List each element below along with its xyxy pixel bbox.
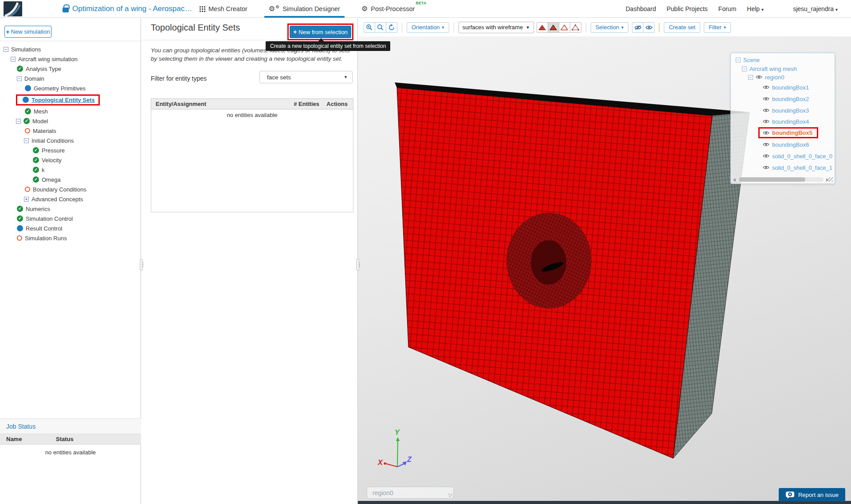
render-mode-select[interactable]: surfaces with wireframe ▼ <box>459 22 534 33</box>
tab-mesh-creator[interactable]: Mesh Creator <box>195 0 252 18</box>
new-simulation-button[interactable]: +New simulation <box>4 26 51 38</box>
zoom-window-button[interactable] <box>375 22 386 33</box>
sidebar-item-materials[interactable]: Materials <box>33 128 56 134</box>
orientation-dropdown[interactable]: Orientation ▾ <box>407 22 449 33</box>
sidebar-item-model[interactable]: Model <box>32 118 48 125</box>
sidebar-item-domain[interactable]: Domain <box>24 75 44 82</box>
refresh-view-button[interactable] <box>386 22 397 33</box>
sidebar-item-simulation-runs[interactable]: Simulation Runs <box>25 235 67 242</box>
eye-icon[interactable] <box>763 142 769 147</box>
divider <box>454 23 454 32</box>
new-from-selection-button[interactable]: +New from selection <box>290 26 351 38</box>
eye-icon[interactable] <box>756 75 762 79</box>
scene-item-boundingbox3[interactable]: boundingBox3 <box>772 107 809 114</box>
sidebar-item-velocity[interactable]: Velocity <box>42 157 62 164</box>
resize-handle-icon[interactable] <box>448 493 452 497</box>
tab-post-processor[interactable]: ⚙ Post-Processor BETA <box>357 0 419 18</box>
scene-scrollbar <box>732 177 829 183</box>
tree-row: Mesh <box>0 106 141 116</box>
user-menu[interactable]: sjesu_rajendra▾ <box>793 5 838 12</box>
tab-label: Post-Processor <box>371 5 415 12</box>
nav-public-projects[interactable]: Public Projects <box>667 5 708 12</box>
tooltip: Create a new topological entity set from… <box>266 41 390 51</box>
scene-item-scene[interactable]: Scene <box>743 57 760 63</box>
tab-label: Simulation Designer <box>282 5 340 12</box>
collapse-icon[interactable]: − <box>4 47 8 52</box>
report-issue-button[interactable]: Report an issue <box>779 488 845 501</box>
entity-type-dropdown[interactable]: face sets ▼ <box>259 71 353 83</box>
eye-icon[interactable] <box>763 108 769 113</box>
eye-icon[interactable] <box>763 165 769 170</box>
sidebar-item-initial-conditions[interactable]: Initial Conditions <box>31 137 74 144</box>
selection-dropdown[interactable]: Selection ▾ <box>591 22 629 33</box>
status-complete-icon <box>33 157 39 163</box>
select-volumes-button[interactable] <box>537 22 548 33</box>
scene-item-boundingbox2[interactable]: boundingBox2 <box>772 96 809 102</box>
collapse-icon[interactable]: − <box>11 57 16 62</box>
select-nodes-button[interactable] <box>570 22 581 33</box>
collapse-icon[interactable]: − <box>16 119 21 124</box>
zoom-in-button[interactable] <box>364 22 375 33</box>
sidebar-item-advanced-concepts[interactable]: Advanced Concepts <box>31 196 83 203</box>
collapse-icon[interactable]: − <box>748 75 753 80</box>
scene-item-boundingbox6[interactable]: boundingBox6 <box>772 141 809 148</box>
sidebar-item-k[interactable]: k <box>42 167 45 173</box>
eye-icon[interactable] <box>763 85 769 90</box>
project-title[interactable]: Optimization of a wing - Aerospac… <box>72 0 192 18</box>
region-name-input[interactable]: region0 <box>367 487 454 499</box>
sidebar-item-omega[interactable]: Omega <box>42 176 61 183</box>
tab-simulation-designer[interactable]: ⚙⚙ Simulation Designer <box>264 0 345 18</box>
gear-small-icon: ⚙ <box>275 4 279 9</box>
panel-splitter[interactable]: ⋮ <box>356 259 359 270</box>
scene-item-boundingbox5[interactable]: boundingBox5 <box>772 129 812 136</box>
sidebar-item-geometry-primitives[interactable]: Geometry Primitives <box>34 85 86 92</box>
sidebar-item-result-control[interactable]: Result Control <box>26 225 62 232</box>
collapse-icon[interactable]: − <box>736 58 741 63</box>
nav-dashboard[interactable]: Dashboard <box>626 5 656 12</box>
sidebar-item-topological-entity-sets[interactable]: Topological Entity Sets <box>31 97 95 103</box>
select-faces-button[interactable] <box>548 22 559 33</box>
sidebar-item-analysis-type[interactable]: Analysis Type <box>26 66 61 72</box>
expand-icon[interactable]: + <box>24 197 29 202</box>
scroll-left-icon[interactable] <box>733 178 736 182</box>
create-set-button[interactable]: Create set <box>664 22 700 33</box>
plus-icon: + <box>6 28 9 35</box>
tree-row: + Advanced Concepts <box>0 194 141 204</box>
divider <box>586 23 586 32</box>
status-complete-icon <box>33 147 39 153</box>
panel-resize-handle[interactable] <box>828 177 833 182</box>
scene-item-aircraft-wing-mesh[interactable]: Aircraft wing mesh <box>749 66 797 72</box>
nav-help[interactable]: Help▾ <box>747 5 764 12</box>
scene-item-solid-face-0[interactable]: solid_0_shell_0_face_0 <box>772 153 832 160</box>
sidebar-splitter[interactable]: ⋮ <box>140 259 143 270</box>
nav-forum[interactable]: Forum <box>718 5 736 12</box>
refresh-icon <box>388 24 395 31</box>
scene-item-region0[interactable]: region0 <box>765 74 784 81</box>
scrollbar-track[interactable] <box>738 177 824 182</box>
eye-icon[interactable] <box>763 154 769 158</box>
eye-icon[interactable] <box>763 131 769 135</box>
eye-icon[interactable] <box>763 97 769 101</box>
tree-row: Geometry Primitives <box>0 83 141 93</box>
scene-item-solid-face-1[interactable]: solid_0_shell_0_face_1 <box>772 164 832 171</box>
simscale-logo[interactable] <box>4 1 22 16</box>
sidebar-item-simulations[interactable]: Simulations <box>11 46 41 53</box>
sidebar-item-aircraft-wing-simulation[interactable]: Aircraft wing simulation <box>18 56 78 63</box>
tree-row: − Domain <box>0 74 141 83</box>
scene-item-boundingbox1[interactable]: boundingBox1 <box>772 84 809 91</box>
collapse-icon[interactable]: − <box>24 138 29 143</box>
show-selection-button[interactable] <box>643 22 655 33</box>
filter-dropdown[interactable]: Filter ▾ <box>704 22 731 33</box>
collapse-icon[interactable]: − <box>742 66 747 71</box>
sidebar-item-mesh[interactable]: Mesh <box>34 108 48 115</box>
eye-icon[interactable] <box>763 119 769 124</box>
scene-item-boundingbox4[interactable]: boundingBox4 <box>772 118 809 125</box>
sidebar-item-pressure[interactable]: Pressure <box>42 147 65 154</box>
scrollbar-thumb[interactable] <box>739 177 805 182</box>
sidebar-item-numerics[interactable]: Numerics <box>26 206 50 212</box>
select-edges-button[interactable] <box>559 22 570 33</box>
sidebar-item-simulation-control[interactable]: Simulation Control <box>26 215 73 222</box>
sidebar-item-boundary-conditions[interactable]: Boundary Conditions <box>33 186 86 193</box>
collapse-icon[interactable]: − <box>17 76 22 81</box>
hide-selection-button[interactable] <box>632 22 643 33</box>
